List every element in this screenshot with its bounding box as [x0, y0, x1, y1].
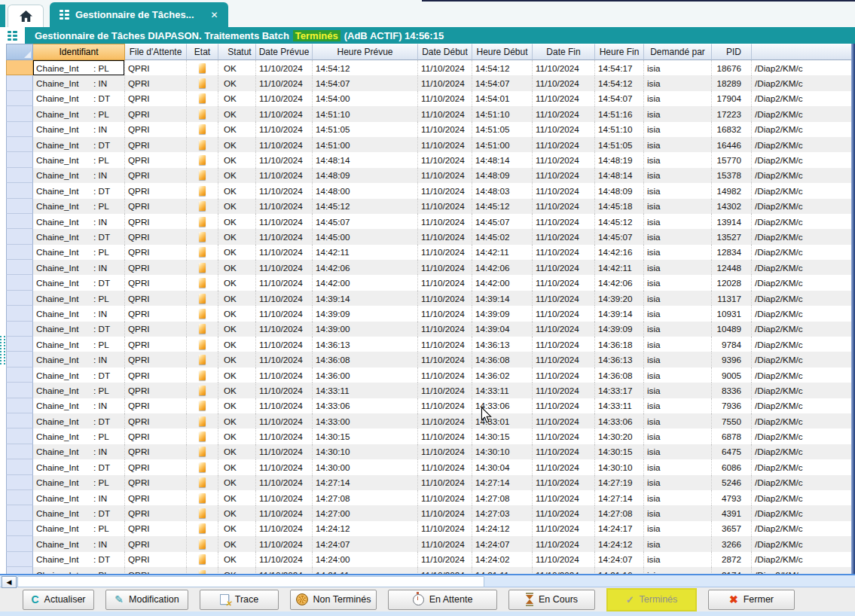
- cell-date-debut[interactable]: 11/10/2024: [418, 505, 472, 520]
- cell-date-fin[interactable]: 11/10/2024: [533, 398, 595, 413]
- cell-date-debut[interactable]: 11/10/2024: [418, 459, 472, 474]
- cell-heure-fin[interactable]: 14:48:14: [595, 168, 644, 183]
- column-header-date-fin[interactable]: Date Fin: [533, 44, 595, 60]
- cell-date-debut[interactable]: 11/10/2024: [418, 245, 472, 260]
- cell-date-prevue[interactable]: 11/10/2024: [256, 168, 313, 183]
- cell-date-fin[interactable]: 11/10/2024: [533, 459, 595, 474]
- cell-statut[interactable]: OK: [218, 521, 256, 536]
- cell-path[interactable]: /Diap2/KM/c: [752, 60, 855, 75]
- cell-date-fin[interactable]: 11/10/2024: [533, 106, 595, 121]
- table-row[interactable]: Chaine_Int: PLQPRIOK11/10/202414:36:1311…: [6, 337, 855, 352]
- cell-heure-prevue[interactable]: 14:36:13: [313, 337, 418, 352]
- cell-identifiant[interactable]: Chaine_Int: IN: [33, 398, 125, 413]
- cell-heure-prevue[interactable]: 14:27:14: [313, 475, 418, 490]
- corner-header[interactable]: [6, 44, 33, 60]
- cell-identifiant[interactable]: Chaine_Int: DT: [33, 459, 125, 474]
- cell-date-fin[interactable]: 11/10/2024: [533, 567, 595, 574]
- cell-file-attente[interactable]: QPRI: [125, 521, 187, 536]
- cell-date-fin[interactable]: 11/10/2024: [533, 168, 595, 183]
- table-row[interactable]: Chaine_Int: INQPRIOK11/10/202414:36:0811…: [6, 352, 855, 367]
- cell-date-fin[interactable]: 11/10/2024: [533, 199, 595, 214]
- cell-heure-fin[interactable]: 14:24:07: [595, 552, 644, 567]
- cell-path[interactable]: /Diap2/KM/c: [752, 168, 855, 183]
- cell-demande-par[interactable]: isia: [644, 60, 712, 75]
- cell-date-fin[interactable]: 11/10/2024: [533, 383, 595, 398]
- cell-heure-prevue[interactable]: 14:21:11: [313, 567, 418, 574]
- cell-date-fin[interactable]: 11/10/2024: [533, 122, 595, 137]
- cell-heure-fin[interactable]: 14:51:16: [595, 106, 644, 121]
- cell-demande-par[interactable]: isia: [644, 106, 712, 121]
- cell-heure-debut[interactable]: 14:36:13: [472, 337, 533, 352]
- cell-file-attente[interactable]: QPRI: [125, 137, 187, 152]
- cell-date-prevue[interactable]: 11/10/2024: [256, 337, 313, 352]
- cell-statut[interactable]: OK: [218, 260, 256, 275]
- cell-identifiant[interactable]: Chaine_Int: DT: [33, 91, 125, 106]
- cell-demande-par[interactable]: isia: [644, 383, 712, 398]
- cell-date-prevue[interactable]: 11/10/2024: [256, 459, 313, 474]
- table-row[interactable]: Chaine_Int: INQPRIOK11/10/202414:51:0511…: [6, 122, 855, 137]
- cell-heure-prevue[interactable]: 14:33:11: [313, 383, 418, 398]
- column-header-demande-par[interactable]: Demandé par: [644, 44, 712, 60]
- cell-demande-par[interactable]: isia: [644, 398, 712, 413]
- cell-heure-prevue[interactable]: 14:51:00: [313, 137, 418, 152]
- cell-statut[interactable]: OK: [218, 352, 256, 367]
- cell-file-attente[interactable]: QPRI: [125, 567, 187, 574]
- cell-pid[interactable]: 5246: [712, 475, 752, 490]
- cell-path[interactable]: /Diap2/KM/c: [752, 199, 855, 214]
- cell-date-prevue[interactable]: 11/10/2024: [256, 444, 313, 459]
- cell-file-attente[interactable]: QPRI: [125, 60, 187, 75]
- cell-statut[interactable]: OK: [218, 168, 256, 183]
- cell-file-attente[interactable]: QPRI: [125, 490, 187, 505]
- cell-date-fin[interactable]: 11/10/2024: [533, 245, 595, 260]
- cell-pid[interactable]: 6086: [712, 459, 752, 474]
- cell-path[interactable]: /Diap2/KM/c: [752, 337, 855, 352]
- non-termines-button[interactable]: Non Terminés: [290, 590, 377, 610]
- cell-heure-debut[interactable]: 14:27:14: [472, 475, 533, 490]
- cell-heure-prevue[interactable]: 14:51:05: [313, 122, 418, 137]
- cell-heure-debut[interactable]: 14:33:01: [472, 413, 533, 428]
- cell-identifiant[interactable]: Chaine_Int: PL: [33, 475, 125, 490]
- cell-date-fin[interactable]: 11/10/2024: [533, 521, 595, 536]
- column-header-pid[interactable]: PID: [712, 44, 752, 60]
- cell-date-debut[interactable]: 11/10/2024: [418, 291, 472, 306]
- cell-statut[interactable]: OK: [218, 199, 256, 214]
- en-attente-button[interactable]: En Attente: [388, 590, 497, 610]
- cell-heure-fin[interactable]: 14:36:18: [595, 337, 644, 352]
- table-row[interactable]: Chaine_Int: DTQPRIOK11/10/202414:51:0011…: [6, 137, 855, 152]
- cell-heure-debut[interactable]: 14:24:02: [472, 552, 533, 567]
- cell-file-attente[interactable]: QPRI: [125, 352, 187, 367]
- cell-heure-prevue[interactable]: 14:30:10: [313, 444, 418, 459]
- table-row[interactable]: Chaine_Int: INQPRIOK11/10/202414:54:0711…: [6, 75, 855, 90]
- cell-identifiant[interactable]: Chaine_Int: DT: [33, 275, 125, 290]
- cell-pid[interactable]: 11317: [712, 291, 752, 306]
- cell-heure-fin[interactable]: 14:48:19: [595, 152, 644, 167]
- cell-etat[interactable]: [187, 428, 218, 444]
- cell-path[interactable]: /Diap2/KM/c: [752, 552, 855, 567]
- row-selector[interactable]: [6, 398, 33, 413]
- cell-heure-debut[interactable]: 14:24:07: [472, 536, 533, 551]
- cell-heure-debut[interactable]: 14:30:15: [472, 428, 533, 444]
- termines-button[interactable]: ✓ Terminés: [606, 588, 697, 611]
- cell-date-fin[interactable]: 11/10/2024: [533, 91, 595, 106]
- cell-etat[interactable]: [187, 413, 218, 428]
- cell-date-fin[interactable]: 11/10/2024: [533, 475, 595, 490]
- cell-pid[interactable]: 4391: [712, 505, 752, 520]
- cell-etat[interactable]: [187, 152, 218, 167]
- table-row[interactable]: Chaine_Int: INQPRIOK11/10/202414:27:0811…: [6, 490, 855, 505]
- cell-demande-par[interactable]: isia: [644, 475, 712, 490]
- tab-home[interactable]: [8, 5, 44, 27]
- cell-demande-par[interactable]: isia: [644, 490, 712, 505]
- cell-date-prevue[interactable]: 11/10/2024: [256, 152, 313, 167]
- cell-date-debut[interactable]: 11/10/2024: [418, 199, 472, 214]
- row-selector[interactable]: [6, 322, 33, 337]
- cell-heure-fin[interactable]: 14:39:14: [595, 306, 644, 321]
- cell-date-fin[interactable]: 11/10/2024: [533, 75, 595, 90]
- cell-date-prevue[interactable]: 11/10/2024: [256, 413, 313, 428]
- cell-identifiant[interactable]: Chaine_Int: DT: [33, 413, 125, 428]
- cell-heure-fin[interactable]: 14:42:16: [595, 245, 644, 260]
- cell-heure-prevue[interactable]: 14:48:00: [313, 183, 418, 198]
- cell-heure-prevue[interactable]: 14:33:00: [313, 413, 418, 428]
- cell-date-fin[interactable]: 11/10/2024: [533, 229, 595, 244]
- cell-heure-prevue[interactable]: 14:48:09: [313, 168, 418, 183]
- row-selector[interactable]: [6, 352, 33, 367]
